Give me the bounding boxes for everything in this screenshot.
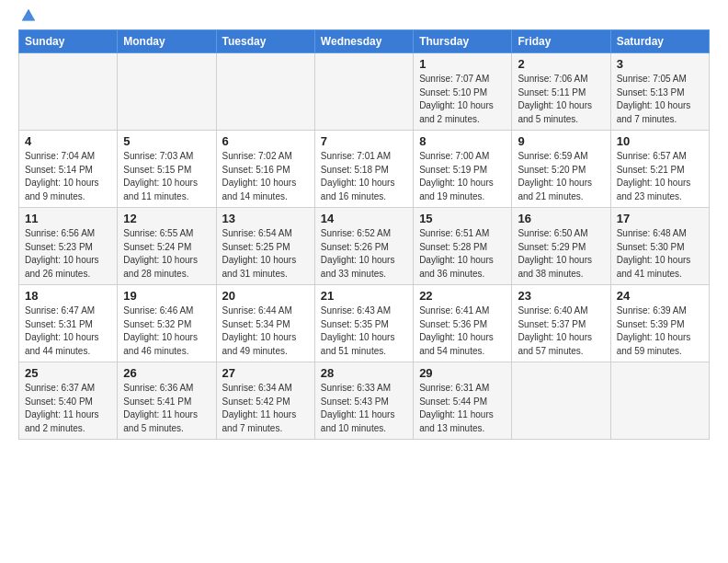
day-number: 17 xyxy=(617,212,703,225)
day-number: 7 xyxy=(321,134,407,148)
day-number: 19 xyxy=(123,289,210,303)
calendar-header-row: SundayMondayTuesdayWednesdayThursdayFrid… xyxy=(19,30,710,53)
day-number: 4 xyxy=(25,134,111,148)
day-number: 10 xyxy=(617,134,703,148)
day-content: Sunrise: 6:33 AM Sunset: 5:43 PM Dayligh… xyxy=(321,382,407,435)
day-content: Sunrise: 6:56 AM Sunset: 5:23 PM Dayligh… xyxy=(25,227,111,281)
calendar-cell: 20Sunrise: 6:44 AM Sunset: 5:34 PM Dayli… xyxy=(216,285,314,362)
day-header-friday: Friday xyxy=(512,30,610,53)
day-content: Sunrise: 7:02 AM Sunset: 5:16 PM Dayligh… xyxy=(222,150,309,203)
day-header-saturday: Saturday xyxy=(610,30,709,53)
calendar-cell xyxy=(610,362,709,440)
header xyxy=(18,15,710,20)
logo-icon xyxy=(20,7,37,24)
day-number: 28 xyxy=(321,366,407,380)
calendar-cell: 2Sunrise: 7:06 AM Sunset: 5:11 PM Daylig… xyxy=(512,53,610,131)
page: SundayMondayTuesdayWednesdayThursdayFrid… xyxy=(0,0,728,449)
calendar-cell: 28Sunrise: 6:33 AM Sunset: 5:43 PM Dayli… xyxy=(314,362,413,440)
calendar-cell: 18Sunrise: 6:47 AM Sunset: 5:31 PM Dayli… xyxy=(19,285,118,362)
calendar-cell: 16Sunrise: 6:50 AM Sunset: 5:29 PM Dayli… xyxy=(512,208,610,285)
day-header-thursday: Thursday xyxy=(414,30,512,53)
day-number: 24 xyxy=(617,289,703,303)
day-number: 8 xyxy=(419,134,506,148)
day-content: Sunrise: 6:41 AM Sunset: 5:36 PM Dayligh… xyxy=(419,304,506,358)
calendar-cell: 17Sunrise: 6:48 AM Sunset: 5:30 PM Dayli… xyxy=(610,208,709,285)
calendar-week-row: 4Sunrise: 7:04 AM Sunset: 5:14 PM Daylig… xyxy=(19,131,710,208)
calendar-cell: 14Sunrise: 6:52 AM Sunset: 5:26 PM Dayli… xyxy=(314,208,413,285)
calendar-cell: 5Sunrise: 7:03 AM Sunset: 5:15 PM Daylig… xyxy=(118,131,216,208)
calendar-cell: 23Sunrise: 6:40 AM Sunset: 5:37 PM Dayli… xyxy=(512,285,610,362)
day-header-sunday: Sunday xyxy=(19,30,118,53)
calendar-cell: 11Sunrise: 6:56 AM Sunset: 5:23 PM Dayli… xyxy=(19,208,118,285)
day-content: Sunrise: 6:54 AM Sunset: 5:25 PM Dayligh… xyxy=(222,227,309,281)
day-content: Sunrise: 7:00 AM Sunset: 5:19 PM Dayligh… xyxy=(419,150,506,203)
calendar-cell: 1Sunrise: 7:07 AM Sunset: 5:10 PM Daylig… xyxy=(414,53,512,131)
day-number: 15 xyxy=(419,212,506,225)
calendar-cell: 12Sunrise: 6:55 AM Sunset: 5:24 PM Dayli… xyxy=(118,208,216,285)
day-content: Sunrise: 7:05 AM Sunset: 5:13 PM Dayligh… xyxy=(617,73,703,126)
day-header-tuesday: Tuesday xyxy=(216,30,314,53)
calendar-cell: 24Sunrise: 6:39 AM Sunset: 5:39 PM Dayli… xyxy=(610,285,709,362)
calendar-cell: 15Sunrise: 6:51 AM Sunset: 5:28 PM Dayli… xyxy=(414,208,512,285)
calendar-cell xyxy=(118,53,216,131)
day-number: 3 xyxy=(617,57,703,71)
day-content: Sunrise: 6:52 AM Sunset: 5:26 PM Dayligh… xyxy=(321,227,407,281)
calendar-cell: 10Sunrise: 6:57 AM Sunset: 5:21 PM Dayli… xyxy=(610,131,709,208)
day-number: 9 xyxy=(518,134,604,148)
day-number: 1 xyxy=(419,57,506,71)
logo xyxy=(18,15,37,20)
day-content: Sunrise: 6:46 AM Sunset: 5:32 PM Dayligh… xyxy=(123,304,210,358)
day-number: 23 xyxy=(518,289,604,303)
day-number: 6 xyxy=(222,134,309,148)
day-number: 26 xyxy=(123,366,210,380)
calendar-cell: 19Sunrise: 6:46 AM Sunset: 5:32 PM Dayli… xyxy=(118,285,216,362)
calendar-cell: 8Sunrise: 7:00 AM Sunset: 5:19 PM Daylig… xyxy=(414,131,512,208)
day-content: Sunrise: 6:57 AM Sunset: 5:21 PM Dayligh… xyxy=(617,150,703,203)
day-content: Sunrise: 6:40 AM Sunset: 5:37 PM Dayligh… xyxy=(518,304,604,358)
day-number: 27 xyxy=(222,366,309,380)
day-content: Sunrise: 6:51 AM Sunset: 5:28 PM Dayligh… xyxy=(419,227,506,281)
day-content: Sunrise: 6:47 AM Sunset: 5:31 PM Dayligh… xyxy=(25,304,111,358)
day-number: 21 xyxy=(321,289,407,303)
calendar-table: SundayMondayTuesdayWednesdayThursdayFrid… xyxy=(18,29,710,440)
day-content: Sunrise: 6:50 AM Sunset: 5:29 PM Dayligh… xyxy=(518,227,604,281)
calendar-cell: 6Sunrise: 7:02 AM Sunset: 5:16 PM Daylig… xyxy=(216,131,314,208)
day-number: 20 xyxy=(222,289,309,303)
day-content: Sunrise: 6:55 AM Sunset: 5:24 PM Dayligh… xyxy=(123,227,210,281)
day-content: Sunrise: 7:04 AM Sunset: 5:14 PM Dayligh… xyxy=(25,150,111,203)
day-number: 11 xyxy=(25,212,111,225)
calendar-week-row: 1Sunrise: 7:07 AM Sunset: 5:10 PM Daylig… xyxy=(19,53,710,131)
day-content: Sunrise: 6:44 AM Sunset: 5:34 PM Dayligh… xyxy=(222,304,309,358)
calendar-week-row: 18Sunrise: 6:47 AM Sunset: 5:31 PM Dayli… xyxy=(19,285,710,362)
day-content: Sunrise: 6:39 AM Sunset: 5:39 PM Dayligh… xyxy=(617,304,703,358)
day-content: Sunrise: 6:36 AM Sunset: 5:41 PM Dayligh… xyxy=(123,382,210,435)
day-content: Sunrise: 6:43 AM Sunset: 5:35 PM Dayligh… xyxy=(321,304,407,358)
calendar-cell: 4Sunrise: 7:04 AM Sunset: 5:14 PM Daylig… xyxy=(19,131,118,208)
day-header-monday: Monday xyxy=(118,30,216,53)
calendar-cell: 27Sunrise: 6:34 AM Sunset: 5:42 PM Dayli… xyxy=(216,362,314,440)
day-header-wednesday: Wednesday xyxy=(314,30,413,53)
day-number: 22 xyxy=(419,289,506,303)
day-number: 12 xyxy=(123,212,210,225)
calendar-cell: 9Sunrise: 6:59 AM Sunset: 5:20 PM Daylig… xyxy=(512,131,610,208)
calendar-cell xyxy=(512,362,610,440)
calendar-cell: 25Sunrise: 6:37 AM Sunset: 5:40 PM Dayli… xyxy=(19,362,118,440)
calendar-week-row: 11Sunrise: 6:56 AM Sunset: 5:23 PM Dayli… xyxy=(19,208,710,285)
day-number: 29 xyxy=(419,366,506,380)
calendar-cell xyxy=(216,53,314,131)
day-content: Sunrise: 7:06 AM Sunset: 5:11 PM Dayligh… xyxy=(518,73,604,126)
day-content: Sunrise: 6:31 AM Sunset: 5:44 PM Dayligh… xyxy=(419,382,506,435)
day-content: Sunrise: 6:59 AM Sunset: 5:20 PM Dayligh… xyxy=(518,150,604,203)
calendar-cell: 29Sunrise: 6:31 AM Sunset: 5:44 PM Dayli… xyxy=(414,362,512,440)
calendar-cell: 21Sunrise: 6:43 AM Sunset: 5:35 PM Dayli… xyxy=(314,285,413,362)
calendar-week-row: 25Sunrise: 6:37 AM Sunset: 5:40 PM Dayli… xyxy=(19,362,710,440)
day-number: 16 xyxy=(518,212,604,225)
calendar-cell: 26Sunrise: 6:36 AM Sunset: 5:41 PM Dayli… xyxy=(118,362,216,440)
day-content: Sunrise: 7:01 AM Sunset: 5:18 PM Dayligh… xyxy=(321,150,407,203)
svg-marker-1 xyxy=(22,11,35,21)
calendar-cell: 22Sunrise: 6:41 AM Sunset: 5:36 PM Dayli… xyxy=(414,285,512,362)
day-content: Sunrise: 7:03 AM Sunset: 5:15 PM Dayligh… xyxy=(123,150,210,203)
day-number: 18 xyxy=(25,289,111,303)
day-number: 13 xyxy=(222,212,309,225)
day-number: 2 xyxy=(518,57,604,71)
